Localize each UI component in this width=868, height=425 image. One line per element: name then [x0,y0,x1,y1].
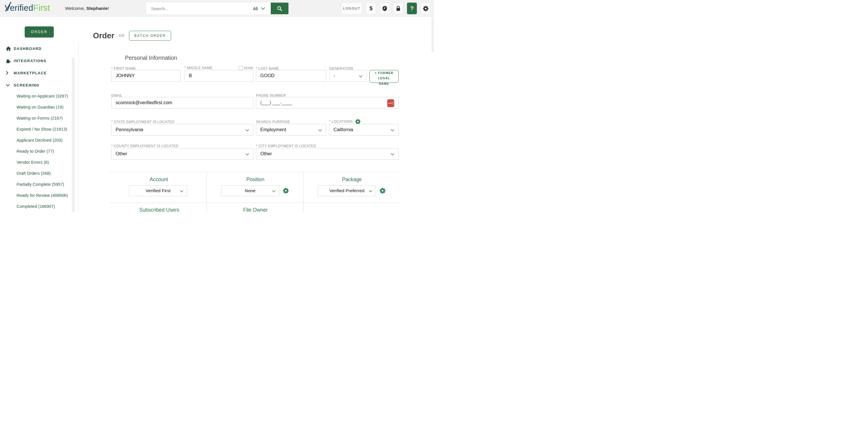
grid-divider [303,172,304,212]
history-button[interactable] [380,3,390,14]
security-button[interactable] [393,3,403,14]
chevron-down-icon [391,153,395,156]
city-label: * CITY EMPLOYMENT IS LOCATED [256,144,316,148]
phone-field [256,97,399,108]
phone-input[interactable] [256,97,398,108]
page-title: Order [93,31,115,40]
package-heading: Package [342,176,362,183]
chevron-down-icon [180,190,184,193]
chevron-down-icon [245,129,249,131]
first-name-input[interactable] [112,70,180,81]
sidebar-item-dashboard[interactable]: DASHBOARD [0,42,79,55]
app-header: VerifiedFirst Welcome, Stephanie! All LO… [0,0,434,17]
logout-button[interactable]: LOGOUT [341,3,362,14]
screening-item-waiting-on-applicant[interactable]: Waiting on Applicant (3287) [0,91,79,102]
verified-first-logo[interactable]: VerifiedFirst [5,3,50,13]
screening-item-waiting-on-forms[interactable]: Waiting on Forms (2167) [0,112,79,124]
search-purpose-label: SEARCH PURPOSE [256,120,290,124]
chevron-down-icon [391,129,395,131]
city-select[interactable]: Other [256,148,399,160]
locations-settings-gear-icon[interactable] [355,119,361,125]
screening-item-applicant-declined[interactable]: Applicant Declined (203) [0,135,79,146]
file-owner-heading: File Owner [243,207,268,212]
middle-name-field [184,70,253,81]
account-value: Verified First [146,188,170,193]
search-purpose-value: Employment [260,127,286,132]
or-label: OR [119,34,125,38]
screening-item-draft-orders[interactable]: Draft Orders (268) [0,168,79,179]
lastpass-icon[interactable] [387,99,394,107]
email-input[interactable] [112,97,253,108]
state-value: Pennsylvania [116,127,143,132]
welcome-prefix: Welcome, [65,6,85,11]
welcome-user-name: Stephanie [86,6,108,11]
sidebar-scrollbar[interactable] [72,58,75,212]
help-button[interactable]: ? [407,3,417,14]
screening-item-expired-no-show[interactable]: Expired / No Show (21813) [0,124,79,135]
generation-select[interactable]: - [329,70,367,81]
order-options-grid: Account Position Package Verified First … [110,172,400,212]
page-scrollbar[interactable] [431,17,434,52]
middle-name-none-label: NONE [244,66,253,70]
package-settings-gear-icon[interactable] [379,188,386,194]
former-legal-name-button[interactable]: + FORMER LEGAL NAME [370,70,399,83]
first-name-field [111,70,181,81]
city-value: Other [260,151,272,157]
search-button[interactable] [271,3,288,14]
last-name-input[interactable] [256,70,326,81]
screening-item-completed[interactable]: Completed (166907) [0,201,79,212]
search-purpose-select[interactable]: Employment [256,124,326,136]
middle-name-label: * MIDDLE NAME [184,66,213,70]
home-icon [6,46,14,51]
locations-select[interactable]: California [329,124,399,136]
clock-icon [382,5,388,11]
search-scope-value: All [253,6,258,11]
order-button[interactable]: ORDER [25,26,54,37]
screening-item-waiting-on-guardian[interactable]: Waiting on Guardian (19) [0,102,79,112]
sidebar-item-marketplace[interactable]: MARKETPLACE [0,67,79,79]
batch-order-button[interactable]: BATCH ORDER [129,31,171,41]
lock-icon [396,5,401,11]
locations-value: California [334,127,353,132]
middle-name-input[interactable] [185,70,253,81]
screening-item-ready-for-review[interactable]: Ready for Review (408506) [0,190,79,201]
section-heading: Personal Information [125,55,177,61]
position-settings-gear-icon[interactable] [283,188,289,194]
search-input[interactable] [147,3,248,14]
middle-name-none-wrap: NONE [239,66,253,70]
screening-item-vendor-errors[interactable]: Vendor Errors (8) [0,157,79,168]
sidebar-item-screening[interactable]: SCREENING [0,79,79,91]
package-value: Verified Preferred [330,188,365,193]
main-content: Order OR BATCH ORDER Personal Informatio… [79,17,434,212]
grid-divider [110,203,400,203]
account-select[interactable]: Verified First [129,185,187,196]
county-value: Other [116,151,127,157]
screening-submenu: Waiting on Applicant (3287) Waiting on G… [0,91,79,212]
screening-item-ready-to-order[interactable]: Ready to Order (77) [0,146,79,157]
position-select[interactable]: None [221,185,279,196]
search-scope-dropdown[interactable]: All [248,3,271,14]
header-actions: LOGOUT $ ? [341,3,431,14]
package-select[interactable]: Verified Preferred [318,185,376,196]
middle-name-none-checkbox[interactable] [239,66,243,70]
middle-name-label-row: * MIDDLE NAME NONE [184,66,253,70]
grid-divider [207,172,207,212]
locations-label: * LOCATIONS [329,120,353,124]
state-select[interactable]: Pennsylvania [111,124,253,136]
settings-button[interactable] [421,3,431,14]
chevron-down-icon [6,84,14,87]
sidebar-item-integrations[interactable]: INTEGRATIONS [0,55,79,67]
position-select-group: None [221,185,289,196]
billing-button[interactable]: $ [366,3,376,14]
locations-label-row: * LOCATIONS [329,119,361,125]
chevron-right-icon [6,71,14,75]
sidebar-nav: DASHBOARD INTEGRATIONS MARKETPLACE SCREE… [0,42,79,91]
gear-icon [423,5,429,11]
county-select[interactable]: Other [111,148,253,160]
screening-item-partially-complete[interactable]: Partially Complete (5957) [0,179,79,190]
sidebar: ORDER DASHBOARD INTEGRATIONS MARKETPLACE… [0,17,79,212]
logo-word-first: First [33,3,50,12]
puzzle-icon [6,58,14,63]
chevron-down-icon [272,190,276,193]
global-search-bar: All [147,3,288,14]
